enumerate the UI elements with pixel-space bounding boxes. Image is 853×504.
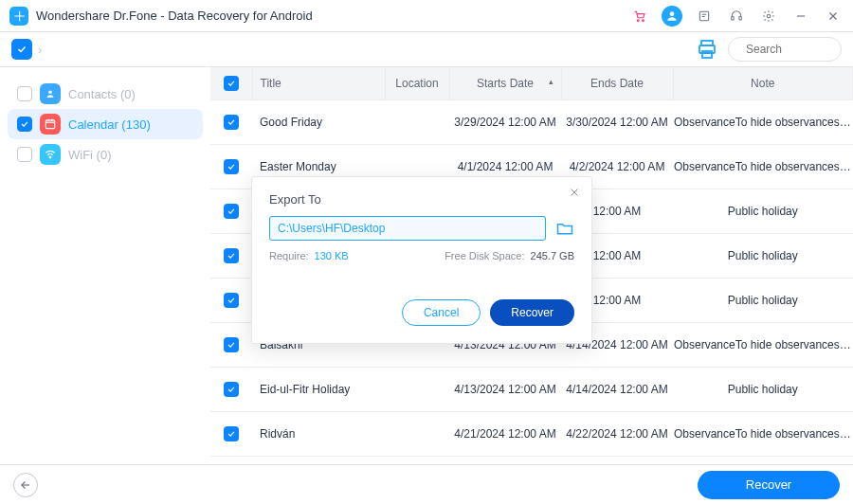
svg-rect-4 [732,16,734,19]
close-icon[interactable] [565,183,584,202]
cancel-button[interactable]: Cancel [402,299,481,326]
cell-note: Public holiday [673,367,853,411]
table-row[interactable]: Ridván4/21/2024 12:00 AM4/22/2024 12:00 … [210,411,853,456]
user-icon[interactable] [662,6,682,27]
wifi-icon [40,144,61,165]
cell-ends: 4/22/2024 12:00 AM [561,411,673,456]
headset-icon[interactable] [726,6,747,27]
table-row[interactable]: Eid-ul-Fitr Holiday4/13/2024 12:00 AM4/1… [210,367,853,411]
free-space-label: Free Disk Space:245.7 GB [445,250,574,261]
modal-title: Export To [269,192,574,207]
breadcrumb-chevron-icon: › [38,43,42,57]
svg-point-0 [637,19,639,21]
sidebar: Contacts (0) Calendar (130) WiFi (0) [0,67,210,464]
cell-title: Good Friday [252,99,385,144]
cell-note: Public holiday [673,189,853,233]
footer: Recover [0,464,853,504]
svg-rect-5 [739,16,741,19]
row-checkbox[interactable] [224,115,239,130]
row-checkbox[interactable] [224,293,239,308]
svg-point-1 [643,19,644,21]
browse-folder-icon[interactable] [555,219,574,238]
cell-note: Public holiday [673,278,853,322]
svg-point-20 [49,156,51,158]
header-starts-date[interactable]: Starts Date [449,67,561,99]
cell-note: Public holiday [673,233,853,278]
checkbox[interactable] [17,117,32,132]
cell-starts: 4/13/2024 12:00 AM [449,367,561,411]
select-all-checkbox[interactable] [11,39,32,60]
row-checkbox[interactable] [224,426,239,441]
cell-ends: 4/14/2024 12:00 AM [561,367,673,411]
print-icon[interactable] [696,38,718,61]
export-path-input[interactable] [269,216,546,241]
header-title[interactable]: Title [252,67,385,99]
checkbox[interactable] [17,147,32,162]
titlebar: Wondershare Dr.Fone - Data Recovery for … [0,0,853,32]
export-modal: Export To Require:130 KB Free Disk Space… [251,176,592,344]
row-checkbox[interactable] [224,159,239,174]
cell-title: Ridván [252,411,385,456]
cell-starts: 4/21/2024 12:00 AM [449,411,561,456]
window-title: Wondershare Dr.Fone - Data Recovery for … [36,9,313,23]
contacts-icon [40,83,61,104]
row-checkbox[interactable] [224,204,239,219]
sidebar-item-wifi[interactable]: WiFi (0) [8,139,203,170]
cell-note: ObservanceTo hide observances, go to… [673,411,853,456]
gear-icon[interactable] [758,6,779,27]
cell-title: Eid-ul-Fitr Holiday [252,367,385,411]
close-window-icon[interactable] [823,6,844,27]
cell-note: ObservanceTo hide observances, go to… [673,99,853,144]
cell-location [385,99,449,144]
header-checkbox[interactable] [210,67,252,99]
modal-recover-button[interactable]: Recover [490,299,574,326]
cell-note: ObservanceTo hide observances, go to… [673,322,853,367]
app-logo [9,7,28,26]
feedback-icon[interactable] [694,6,715,27]
row-checkbox[interactable] [224,382,239,397]
toolbar: › [0,32,853,66]
minimize-icon[interactable] [790,6,811,27]
sidebar-item-label: Calendar (130) [68,117,193,132]
svg-point-15 [48,91,52,95]
checkbox[interactable] [17,86,32,101]
sidebar-item-label: Contacts (0) [68,87,193,101]
cell-starts: 3/29/2024 12:00 AM [449,99,561,144]
require-label: Require:130 KB [269,250,349,261]
svg-point-6 [767,14,771,18]
search-input[interactable] [728,37,842,62]
cell-location [385,411,449,456]
cell-location [385,367,449,411]
svg-rect-12 [702,51,712,58]
header-ends-date[interactable]: Ends Date [561,67,673,99]
cell-note: ObservanceTo hide observances, go to… [673,144,853,189]
calendar-icon [40,114,61,135]
svg-point-2 [670,11,675,16]
svg-rect-16 [45,120,54,129]
recover-button[interactable]: Recover [698,471,840,499]
header-note[interactable]: Note [673,67,853,99]
cart-icon[interactable] [629,6,650,27]
sidebar-item-calendar[interactable]: Calendar (130) [8,109,203,139]
back-button[interactable] [13,473,38,497]
table-row[interactable]: Good Friday3/29/2024 12:00 AM3/30/2024 1… [210,99,853,144]
cell-ends: 3/30/2024 12:00 AM [561,99,673,144]
header-location[interactable]: Location [385,67,449,99]
row-checkbox[interactable] [224,248,239,263]
row-checkbox[interactable] [224,337,239,352]
sidebar-item-contacts[interactable]: Contacts (0) [8,79,203,109]
search-field[interactable] [744,42,853,57]
sidebar-item-label: WiFi (0) [68,148,193,162]
svg-rect-3 [699,11,708,20]
